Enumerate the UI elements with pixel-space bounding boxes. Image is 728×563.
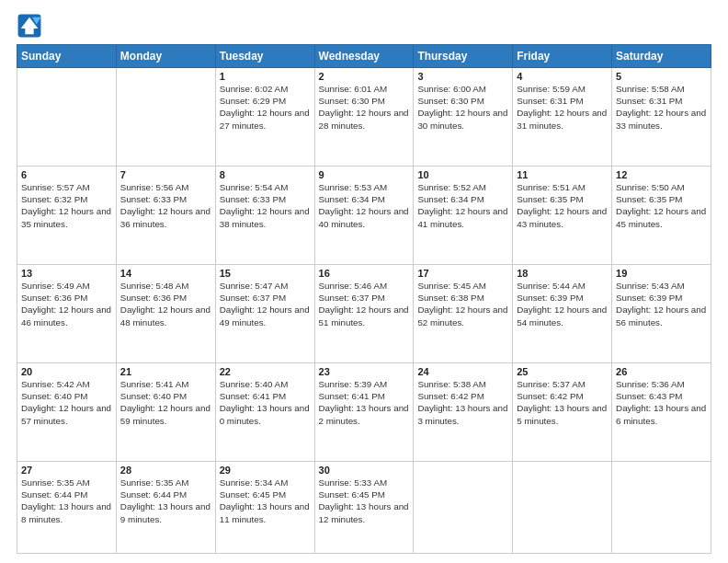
calendar-cell: 24Sunrise: 5:38 AM Sunset: 6:42 PM Dayli…: [414, 363, 513, 462]
day-info: Sunrise: 5:56 AM Sunset: 6:33 PM Dayligh…: [120, 181, 211, 230]
calendar-cell: 14Sunrise: 5:48 AM Sunset: 6:36 PM Dayli…: [116, 265, 215, 363]
calendar-cell: 22Sunrise: 5:40 AM Sunset: 6:41 PM Dayli…: [215, 363, 314, 462]
calendar-week-row: 1Sunrise: 6:02 AM Sunset: 6:29 PM Daylig…: [17, 68, 711, 167]
calendar-cell: 2Sunrise: 6:01 AM Sunset: 6:30 PM Daylig…: [314, 68, 414, 167]
day-number: 5: [616, 71, 707, 82]
day-info: Sunrise: 5:38 AM Sunset: 6:42 PM Dayligh…: [417, 378, 508, 427]
day-number: 4: [517, 71, 608, 82]
logo-icon: [17, 13, 42, 39]
calendar-cell: 18Sunrise: 5:44 AM Sunset: 6:39 PM Dayli…: [513, 265, 612, 363]
day-info: Sunrise: 5:46 AM Sunset: 6:37 PM Dayligh…: [319, 280, 410, 328]
day-number: 14: [120, 268, 211, 279]
calendar-cell: 8Sunrise: 5:54 AM Sunset: 6:33 PM Daylig…: [215, 167, 314, 265]
day-of-week-row: SundayMondayTuesdayWednesdayThursdayFrid…: [17, 45, 711, 68]
calendar-cell: 7Sunrise: 5:56 AM Sunset: 6:33 PM Daylig…: [116, 167, 215, 265]
day-number: 22: [220, 366, 311, 377]
day-info: Sunrise: 5:35 AM Sunset: 6:44 PM Dayligh…: [21, 477, 112, 525]
day-info: Sunrise: 5:51 AM Sunset: 6:35 PM Dayligh…: [517, 181, 608, 230]
day-number: 18: [517, 268, 608, 279]
day-number: 8: [220, 169, 311, 180]
day-info: Sunrise: 5:52 AM Sunset: 6:34 PM Dayligh…: [417, 181, 508, 230]
calendar-cell: 23Sunrise: 5:39 AM Sunset: 6:41 PM Dayli…: [314, 363, 414, 462]
day-info: Sunrise: 5:48 AM Sunset: 6:36 PM Dayligh…: [120, 280, 211, 328]
day-number: 24: [417, 366, 508, 377]
day-number: 15: [220, 268, 311, 279]
day-number: 9: [319, 169, 410, 180]
dow-header: Thursday: [414, 45, 513, 68]
day-info: Sunrise: 5:59 AM Sunset: 6:31 PM Dayligh…: [517, 83, 608, 132]
day-number: 1: [220, 71, 311, 82]
day-info: Sunrise: 5:34 AM Sunset: 6:45 PM Dayligh…: [220, 477, 311, 525]
day-info: Sunrise: 5:39 AM Sunset: 6:41 PM Dayligh…: [319, 378, 410, 427]
day-info: Sunrise: 5:41 AM Sunset: 6:40 PM Dayligh…: [120, 378, 211, 427]
header: [17, 13, 711, 39]
day-number: 12: [616, 169, 707, 180]
day-info: Sunrise: 5:37 AM Sunset: 6:42 PM Dayligh…: [517, 378, 608, 427]
calendar-cell: 17Sunrise: 5:45 AM Sunset: 6:38 PM Dayli…: [414, 265, 513, 363]
day-number: 6: [21, 169, 112, 180]
day-info: Sunrise: 5:45 AM Sunset: 6:38 PM Dayligh…: [417, 280, 508, 328]
day-number: 28: [120, 465, 211, 476]
day-number: 29: [220, 465, 311, 476]
calendar-cell: 29Sunrise: 5:34 AM Sunset: 6:45 PM Dayli…: [215, 462, 314, 554]
day-number: 20: [21, 366, 112, 377]
calendar-cell: 4Sunrise: 5:59 AM Sunset: 6:31 PM Daylig…: [513, 68, 612, 167]
calendar-cell: 27Sunrise: 5:35 AM Sunset: 6:44 PM Dayli…: [17, 462, 117, 554]
calendar-cell: [612, 462, 711, 554]
calendar-cell: 28Sunrise: 5:35 AM Sunset: 6:44 PM Dayli…: [116, 462, 215, 554]
day-info: Sunrise: 5:40 AM Sunset: 6:41 PM Dayligh…: [220, 378, 311, 427]
calendar-cell: 26Sunrise: 5:36 AM Sunset: 6:43 PM Dayli…: [612, 363, 711, 462]
calendar-week-row: 27Sunrise: 5:35 AM Sunset: 6:44 PM Dayli…: [17, 462, 711, 554]
day-number: 13: [21, 268, 112, 279]
calendar-cell: 12Sunrise: 5:50 AM Sunset: 6:35 PM Dayli…: [612, 167, 711, 265]
day-number: 2: [319, 71, 410, 82]
day-number: 7: [120, 169, 211, 180]
day-number: 19: [616, 268, 707, 279]
day-info: Sunrise: 6:01 AM Sunset: 6:30 PM Dayligh…: [319, 83, 410, 132]
page: SundayMondayTuesdayWednesdayThursdayFrid…: [0, 0, 728, 563]
day-number: 16: [319, 268, 410, 279]
day-info: Sunrise: 5:54 AM Sunset: 6:33 PM Dayligh…: [220, 181, 311, 230]
calendar-cell: 9Sunrise: 5:53 AM Sunset: 6:34 PM Daylig…: [314, 167, 414, 265]
day-info: Sunrise: 5:47 AM Sunset: 6:37 PM Dayligh…: [220, 280, 311, 328]
day-info: Sunrise: 5:49 AM Sunset: 6:36 PM Dayligh…: [21, 280, 112, 328]
calendar-cell: 20Sunrise: 5:42 AM Sunset: 6:40 PM Dayli…: [17, 363, 117, 462]
dow-header: Wednesday: [314, 45, 414, 68]
calendar-cell: 6Sunrise: 5:57 AM Sunset: 6:32 PM Daylig…: [17, 167, 117, 265]
calendar-cell: [513, 462, 612, 554]
day-info: Sunrise: 5:43 AM Sunset: 6:39 PM Dayligh…: [616, 280, 707, 328]
day-number: 27: [21, 465, 112, 476]
day-info: Sunrise: 6:02 AM Sunset: 6:29 PM Dayligh…: [220, 83, 311, 132]
day-info: Sunrise: 5:33 AM Sunset: 6:45 PM Dayligh…: [319, 477, 410, 525]
day-info: Sunrise: 6:00 AM Sunset: 6:30 PM Dayligh…: [417, 83, 508, 132]
calendar-body: 1Sunrise: 6:02 AM Sunset: 6:29 PM Daylig…: [17, 68, 711, 554]
calendar-cell: 19Sunrise: 5:43 AM Sunset: 6:39 PM Dayli…: [612, 265, 711, 363]
calendar-cell: 21Sunrise: 5:41 AM Sunset: 6:40 PM Dayli…: [116, 363, 215, 462]
day-info: Sunrise: 5:44 AM Sunset: 6:39 PM Dayligh…: [517, 280, 608, 328]
day-number: 11: [517, 169, 608, 180]
calendar-cell: 15Sunrise: 5:47 AM Sunset: 6:37 PM Dayli…: [215, 265, 314, 363]
calendar-cell: 30Sunrise: 5:33 AM Sunset: 6:45 PM Dayli…: [314, 462, 414, 554]
calendar-cell: 10Sunrise: 5:52 AM Sunset: 6:34 PM Dayli…: [414, 167, 513, 265]
logo: [17, 13, 46, 39]
day-number: 17: [417, 268, 508, 279]
day-info: Sunrise: 5:35 AM Sunset: 6:44 PM Dayligh…: [120, 477, 211, 525]
day-number: 21: [120, 366, 211, 377]
calendar-cell: [17, 68, 117, 167]
dow-header: Sunday: [17, 45, 117, 68]
day-info: Sunrise: 5:53 AM Sunset: 6:34 PM Dayligh…: [319, 181, 410, 230]
day-number: 23: [319, 366, 410, 377]
calendar-cell: 16Sunrise: 5:46 AM Sunset: 6:37 PM Dayli…: [314, 265, 414, 363]
dow-header: Friday: [513, 45, 612, 68]
calendar-cell: 25Sunrise: 5:37 AM Sunset: 6:42 PM Dayli…: [513, 363, 612, 462]
calendar-cell: 3Sunrise: 6:00 AM Sunset: 6:30 PM Daylig…: [414, 68, 513, 167]
day-number: 26: [616, 366, 707, 377]
day-info: Sunrise: 5:50 AM Sunset: 6:35 PM Dayligh…: [616, 181, 707, 230]
day-number: 10: [417, 169, 508, 180]
day-info: Sunrise: 5:36 AM Sunset: 6:43 PM Dayligh…: [616, 378, 707, 427]
calendar-cell: 5Sunrise: 5:58 AM Sunset: 6:31 PM Daylig…: [612, 68, 711, 167]
calendar-week-row: 6Sunrise: 5:57 AM Sunset: 6:32 PM Daylig…: [17, 167, 711, 265]
day-info: Sunrise: 5:58 AM Sunset: 6:31 PM Dayligh…: [616, 83, 707, 132]
calendar-cell: 11Sunrise: 5:51 AM Sunset: 6:35 PM Dayli…: [513, 167, 612, 265]
calendar-table: SundayMondayTuesdayWednesdayThursdayFrid…: [17, 44, 711, 554]
